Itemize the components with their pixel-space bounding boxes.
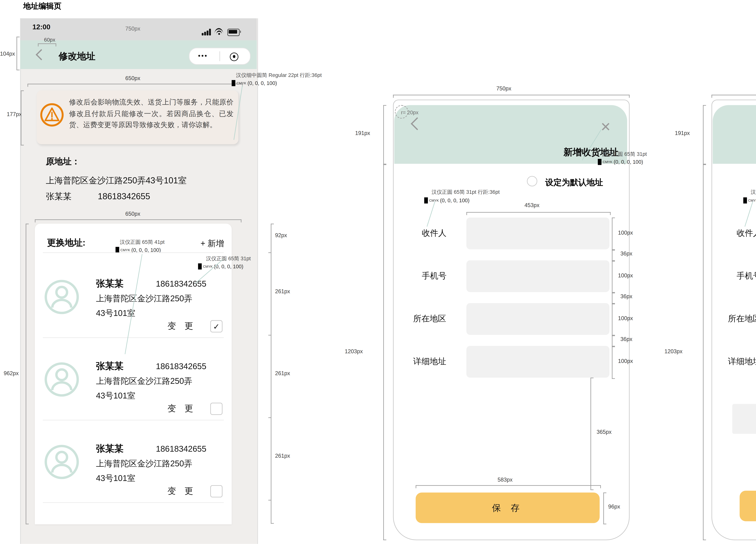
dim-36-m3: 36px xyxy=(620,336,632,342)
item-phone: 18618342655 xyxy=(156,444,206,453)
right-nav-bar: 地址变更 xyxy=(713,105,756,164)
bracket-100-m2 xyxy=(612,260,615,293)
address-item[interactable]: 张某某 18618342655 上海普陀区金沙江路250弄 43号101室 变 … xyxy=(35,420,232,502)
card-header-divider xyxy=(43,253,224,253)
bracket-104 xyxy=(16,37,20,70)
address-item[interactable]: 张某某 18618342655 上海普陀区金沙江路250弄 43号101室 变 … xyxy=(35,255,232,337)
middle-nav-bar: 新增收货地址 xyxy=(394,105,627,164)
color-swatch xyxy=(116,247,119,253)
change-button[interactable]: 变 更 xyxy=(168,403,196,414)
item-address-2: 43号101室 xyxy=(96,473,135,484)
dim-750-left: 750px xyxy=(125,26,140,32)
item-name: 张某某 xyxy=(96,360,124,372)
save-label: 保 存 xyxy=(492,502,523,514)
avatar xyxy=(44,444,79,480)
dim-261-a: 261px xyxy=(275,288,290,294)
original-phone: 18618342655 xyxy=(98,191,150,201)
dim-1203-right: 1203px xyxy=(664,348,682,354)
bracket-100-m3 xyxy=(612,303,615,336)
add-address-button[interactable]: + 新增 xyxy=(200,239,224,250)
item-checkbox[interactable] xyxy=(210,403,223,415)
font-note-22: 汉仪细中圆简 Regular 22pt 行距:36pt xyxy=(236,72,322,80)
color-swatch xyxy=(424,198,428,204)
dim-650-a: 650px xyxy=(125,75,140,81)
detail-input[interactable] xyxy=(466,346,609,377)
dim-100-m2: 100px xyxy=(618,272,633,278)
card-title: 更换地址: xyxy=(47,237,85,249)
dim-191-right: 191px xyxy=(675,130,690,136)
measure-tick xyxy=(268,500,271,500)
recipient-input[interactable] xyxy=(466,218,609,249)
dim-100-m3: 100px xyxy=(618,315,633,321)
item-address-1: 上海普陀区金沙江路250弄 xyxy=(96,458,192,469)
field-label-recipient: 收件人 xyxy=(736,228,756,239)
item-address-2: 43号101室 xyxy=(96,390,135,401)
address-item[interactable]: 张某某 18618342655 上海普陀区金沙江路250弄 43号101室 变 … xyxy=(35,337,232,420)
dim-104: 104px xyxy=(0,51,15,57)
region-input[interactable] xyxy=(466,303,609,335)
check-icon: ✓ xyxy=(213,322,220,331)
item-checkbox-checked[interactable]: ✓ xyxy=(210,320,223,332)
color-swatch xyxy=(232,80,235,86)
bracket-650-b xyxy=(35,219,241,222)
signal-icon xyxy=(202,28,212,36)
font-note-31lh-right: 汉仪正圆 65简 31pt 行距:36pt xyxy=(751,189,756,196)
save-button[interactable]: 保 存 xyxy=(740,491,756,521)
bracket-583 xyxy=(416,485,601,488)
dim-750-mid: 750px xyxy=(496,86,511,92)
more-dots-icon[interactable]: ••• xyxy=(198,52,208,59)
left-nav-title: 修改地址 xyxy=(59,51,95,62)
dim-261-b: 261px xyxy=(275,370,290,376)
item-divider xyxy=(43,502,224,503)
bracket-60 xyxy=(38,43,56,46)
item-phone: 18618342655 xyxy=(156,362,206,371)
dim-261-c: 261px xyxy=(275,453,290,459)
font-note-41: 汉仪正圆 65简 41pt xyxy=(120,239,165,247)
original-name: 张某某 xyxy=(46,191,72,202)
field-label-recipient: 收件人 xyxy=(422,228,446,239)
dim-100-m4: 100px xyxy=(618,358,633,364)
warning-text: 修改后会影响物流失效、送货上门等服务，只能原价修改且付款后只能修改一次。若因商品… xyxy=(69,97,233,139)
status-time: 12:00 xyxy=(32,23,50,31)
color-swatch xyxy=(598,159,601,165)
change-button[interactable]: 变 更 xyxy=(168,486,196,497)
dim-583: 583px xyxy=(498,477,513,483)
target-dot xyxy=(233,55,235,58)
change-button[interactable]: 变 更 xyxy=(168,321,196,332)
color-swatch xyxy=(743,198,747,204)
bracket-96 xyxy=(603,492,606,524)
measure-tick xyxy=(268,253,271,253)
dim-365: 365px xyxy=(597,429,612,435)
cmyk-note-mid-form: CMYK (0, 0, 0, 100) xyxy=(424,198,470,204)
delete-button[interactable]: 删 除 xyxy=(732,404,756,434)
original-address-label: 原地址： xyxy=(46,157,80,168)
dim-60: 60px xyxy=(44,37,55,43)
bracket-177 xyxy=(21,90,24,145)
cmyk-note-a: CMYK (0, 0, 0, 100) xyxy=(232,80,277,86)
close-icon[interactable]: ✕ xyxy=(600,120,611,133)
dim-36-m1: 36px xyxy=(620,251,632,257)
default-address-radio[interactable] xyxy=(527,176,537,186)
item-checkbox[interactable] xyxy=(210,485,223,497)
bracket-453-mid xyxy=(466,212,611,215)
item-address-1: 上海普陀区金沙江路250弄 xyxy=(96,293,192,304)
capsule-menu[interactable]: ••• xyxy=(189,48,251,65)
measure-tick xyxy=(268,335,271,335)
capsule-divider xyxy=(219,51,220,61)
dim-36-m2: 36px xyxy=(620,293,632,299)
font-note-31-title-mid: 汉仪正圆 65简 31pt xyxy=(602,151,647,159)
bracket-100-m1 xyxy=(612,218,615,251)
field-label-region: 所在地区 xyxy=(413,313,446,324)
phone-input[interactable] xyxy=(466,260,609,292)
bracket-1203-right xyxy=(703,164,706,540)
dim-962: 962px xyxy=(4,370,19,376)
cmyk-note-b: CMYK (0, 0, 0, 100) xyxy=(116,247,161,253)
save-button[interactable]: 保 存 xyxy=(416,492,600,523)
bracket-962 xyxy=(26,224,29,524)
page-title: 地址编辑页 xyxy=(23,1,62,12)
dim-96: 96px xyxy=(608,503,620,510)
field-label-phone: 手机号 xyxy=(736,271,756,282)
default-address-label: 设定为默认地址 xyxy=(545,177,603,188)
bracket-191-mid xyxy=(383,105,386,165)
warning-icon xyxy=(39,102,65,128)
